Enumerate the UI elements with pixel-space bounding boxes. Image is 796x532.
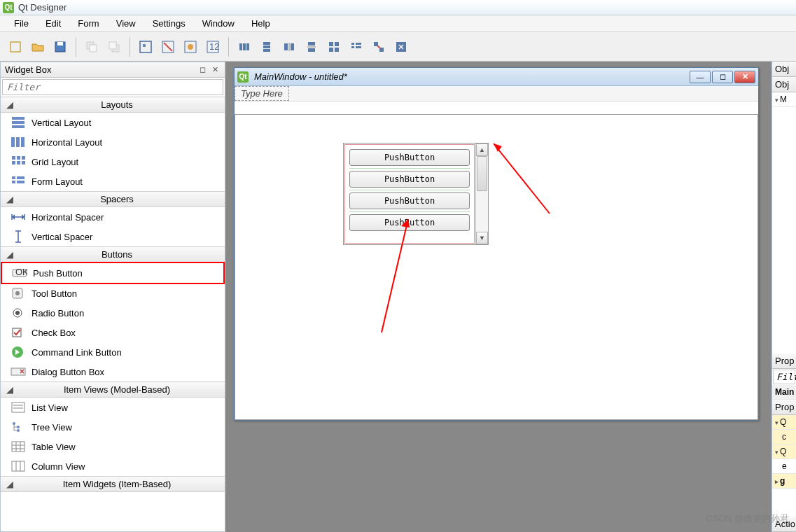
item-grid-layout[interactable]: Grid Layout [1,152,225,172]
layout-form-button[interactable] [347,37,366,57]
edit-widgets-button[interactable] [136,37,155,57]
right-dock-area: Obj Obj M Prop Filt Main Prop Q c Q e g … [771,62,796,532]
dock-close-icon[interactable]: ✕ [209,64,221,76]
object-row[interactable]: M [772,92,796,107]
item-horizontal-layout[interactable]: Horizontal Layout [1,132,225,152]
push-button-4[interactable]: PushButton [349,214,470,231]
mdi-window[interactable]: Qt MainWindow - untitled* — ◻ ✕ Type Her… [234,67,759,421]
prop-group-q[interactable]: Q [772,415,796,430]
design-area: Qt MainWindow - untitled* — ◻ ✕ Type Her… [225,62,771,532]
item-command-link[interactable]: Command Link Button [1,342,225,362]
prop-row-g[interactable]: g [772,474,796,489]
layout-horizontal-button[interactable] [235,37,254,57]
adjust-size-button[interactable] [391,37,411,57]
type-here-placeholder[interactable]: Type Here [235,86,289,101]
object-inspector-header[interactable]: Obj [772,62,796,77]
scrollbar-track[interactable] [476,156,488,232]
svg-rect-14 [239,43,242,50]
toolbar-separator [76,37,76,57]
menu-window[interactable]: Window [194,17,243,30]
bring-front-button[interactable] [104,37,124,57]
item-check-box[interactable]: Check Box [1,323,225,342]
radio-button-icon [11,307,26,319]
item-vertical-spacer[interactable]: Vertical Spacer [1,227,225,246]
svg-rect-45 [17,156,20,160]
layout-vertical-button[interactable] [257,37,277,57]
push-button-2[interactable]: PushButton [349,171,470,188]
dock-restore-icon[interactable]: ◻ [197,64,208,76]
widget-filter-input[interactable] [3,80,223,94]
widget-tree[interactable]: ◢Layouts Vertical Layout Horizontal Layo… [1,97,225,531]
edit-signals-button[interactable] [158,37,178,57]
save-button[interactable] [50,37,70,57]
layout-grid-button[interactable] [324,37,344,57]
send-back-button[interactable] [82,37,102,57]
push-button-3[interactable]: PushButton [349,192,470,209]
section-spacers[interactable]: ◢Spacers [1,191,225,207]
prop-row-c[interactable]: c [772,430,796,444]
scroll-up-button[interactable]: ▲ [476,144,488,156]
push-button-1[interactable]: PushButton [349,149,470,166]
item-form-layout[interactable]: Form Layout [1,172,225,191]
minimize-button[interactable]: — [690,71,711,83]
svg-rect-47 [12,161,15,164]
mdi-title-bar[interactable]: Qt MainWindow - untitled* — ◻ ✕ [235,68,758,86]
menu-edit[interactable]: Edit [37,17,69,30]
section-item-views[interactable]: ◢Item Views (Model-Based) [1,382,225,398]
prop-group-q2[interactable]: Q [772,444,796,459]
item-dialog-button-box[interactable]: Dialog Button Box [1,362,225,382]
item-column-view[interactable]: Column View [1,456,225,476]
property-filter[interactable]: Filt [773,370,795,384]
vertical-scrollbar[interactable]: ▲ ▼ [475,144,488,244]
item-tool-button[interactable]: Tool Button [1,284,225,303]
form-canvas[interactable]: PushButton PushButton PushButton PushBut… [235,102,758,420]
form-menubar[interactable]: Type Here [235,86,758,102]
item-tree-view[interactable]: Tree View [1,417,225,437]
menu-view[interactable]: View [108,17,144,30]
break-layout-button[interactable] [369,37,389,57]
table-view-icon [11,440,26,453]
scroll-area-widget[interactable]: PushButton PushButton PushButton PushBut… [343,143,489,245]
new-form-button[interactable] [6,37,25,57]
app-title: Qt Designer [18,2,67,13]
svg-rect-23 [308,42,315,46]
svg-point-11 [188,44,193,50]
property-editor-header[interactable]: Prop [772,354,796,369]
edit-buddies-button[interactable] [181,37,200,57]
svg-rect-18 [263,46,270,48]
menu-help[interactable]: Help [243,17,279,30]
scroll-area-content[interactable]: PushButton PushButton PushButton PushBut… [344,144,475,244]
main-area: Widget Box ◻ ✕ ◢Layouts Vertical Layout … [0,62,796,532]
close-button[interactable]: ✕ [734,71,755,83]
svg-rect-38 [12,117,25,120]
layout-vert-splitter-button[interactable] [302,37,321,57]
menu-settings[interactable]: Settings [144,17,194,30]
svg-rect-29 [335,48,339,52]
maximize-button[interactable]: ◻ [712,71,733,83]
svg-rect-33 [356,46,361,48]
open-button[interactable] [28,37,48,57]
svg-point-67 [17,426,20,428]
item-radio-button[interactable]: Radio Button [1,303,225,323]
item-horizontal-spacer[interactable]: Horizontal Spacer [1,207,225,227]
item-push-button[interactable]: OKPush Button [1,262,225,284]
section-buttons[interactable]: ◢Buttons [1,246,225,262]
svg-rect-41 [11,137,15,147]
svg-point-57 [15,291,20,295]
svg-rect-20 [284,43,288,50]
prop-row-e[interactable]: e [772,459,796,474]
menu-form[interactable]: Form [69,17,107,30]
item-vertical-layout[interactable]: Vertical Layout [1,113,225,132]
svg-line-36 [377,46,380,48]
item-list-view[interactable]: List View [1,398,225,417]
svg-rect-49 [22,161,25,164]
edit-tab-order-button[interactable]: 123 [203,37,223,57]
svg-rect-40 [12,125,25,128]
item-table-view[interactable]: Table View [1,437,225,456]
menu-file[interactable]: File [6,17,37,30]
section-layouts[interactable]: ◢Layouts [1,97,225,113]
section-item-widgets[interactable]: ◢Item Widgets (Item-Based) [1,476,225,492]
scrollbar-thumb[interactable] [477,156,487,191]
layout-horiz-splitter-button[interactable] [279,37,299,57]
scroll-down-button[interactable]: ▼ [476,232,488,244]
